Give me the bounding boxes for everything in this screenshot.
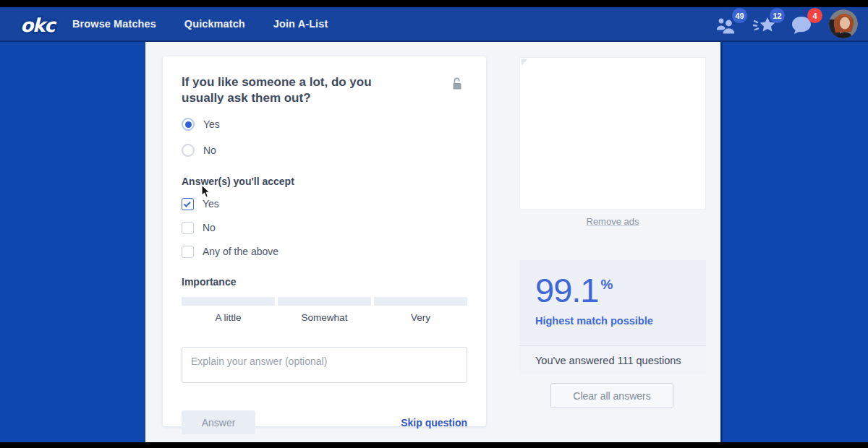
checkbox-unchecked-icon: [182, 246, 194, 258]
importance-label-somewhat: Somewhat: [278, 312, 371, 323]
match-percent-section: 99.1% Highest match possible: [519, 260, 706, 345]
quickmatch-badge: 12: [770, 8, 785, 23]
explain-input[interactable]: [182, 347, 467, 383]
question-header: If you like someone a lot, do you usuall…: [182, 74, 467, 106]
percent-symbol: %: [600, 277, 613, 292]
importance-selector: [182, 297, 467, 306]
importance-label-a-little: A little: [182, 312, 275, 323]
nav-item-join-a-list[interactable]: Join A-List: [273, 18, 328, 30]
nav-menu: Browse Matches Quickmatch Join A-List: [72, 7, 328, 40]
likes-button[interactable]: 49: [713, 7, 751, 40]
answer-option-yes[interactable]: Yes: [182, 116, 467, 132]
radio-unselected-icon: [182, 144, 195, 157]
check-icon: [184, 199, 191, 207]
page: okc Browse Matches Quickmatch Join A-Lis…: [0, 0, 868, 448]
checkbox-checked-icon: [182, 198, 194, 210]
top-nav: okc Browse Matches Quickmatch Join A-Lis…: [0, 7, 868, 42]
profile-avatar[interactable]: [829, 9, 858, 38]
accept-option-yes[interactable]: Yes: [182, 197, 467, 211]
match-summary-card: 99.1% Highest match possible You've answ…: [519, 260, 706, 374]
answer-option-label: No: [203, 145, 216, 156]
accept-option-any[interactable]: Any of the above: [182, 244, 467, 259]
accept-option-label: Yes: [203, 198, 219, 210]
match-percent-value: 99.1: [535, 272, 598, 309]
lock-icon[interactable]: [451, 76, 463, 94]
ad-placeholder: [519, 57, 706, 210]
answer-option-label: Yes: [203, 119, 220, 130]
accept-option-label: No: [203, 222, 216, 233]
importance-bar-somewhat[interactable]: [278, 297, 371, 306]
messages-badge: 4: [807, 8, 822, 23]
radio-selected-icon: [182, 118, 195, 131]
quickmatch-button[interactable]: 12: [751, 7, 788, 40]
question-card: If you like someone a lot, do you usuall…: [163, 56, 486, 426]
nav-item-quickmatch[interactable]: Quickmatch: [184, 18, 245, 30]
skip-question-link[interactable]: Skip question: [401, 417, 467, 428]
clear-all-answers-button[interactable]: Clear all answers: [550, 383, 673, 408]
accept-heading: Answer(s) you'll accept: [182, 176, 467, 187]
answered-summary: You've answered 111 questions: [535, 355, 681, 366]
remove-ads-link[interactable]: Remove ads: [587, 216, 639, 227]
svg-text:okc: okc: [20, 14, 57, 36]
answer-button[interactable]: Answer: [182, 410, 255, 434]
importance-heading: Importance: [182, 276, 467, 288]
accept-option-no[interactable]: No: [182, 220, 467, 235]
messages-button[interactable]: 4: [788, 7, 826, 40]
nav-item-browse-matches[interactable]: Browse Matches: [72, 18, 156, 30]
match-caption: Highest match possible: [535, 315, 690, 327]
remove-ads-row: Remove ads: [519, 215, 706, 228]
answer-option-no[interactable]: No: [182, 142, 467, 158]
main-content: If you like someone a lot, do you usuall…: [145, 42, 723, 442]
avatar-photo-icon: [829, 9, 858, 38]
importance-bar-a-little[interactable]: [182, 297, 275, 306]
answered-section: You've answered 111 questions: [519, 345, 706, 374]
nav-notifications: 49 12 4: [713, 7, 858, 40]
importance-labels: A little Somewhat Very: [182, 312, 467, 323]
likes-badge: 49: [732, 8, 747, 23]
importance-label-very: Very: [374, 312, 467, 323]
importance-bar-very[interactable]: [374, 297, 467, 306]
checkbox-unchecked-icon: [182, 222, 194, 234]
ad-choices-icon: [522, 59, 527, 65]
okc-logo-icon: okc: [16, 10, 59, 39]
question-title: If you like someone a lot, do you usuall…: [182, 74, 406, 106]
okc-logo[interactable]: okc: [16, 10, 59, 39]
accept-option-label: Any of the above: [203, 246, 278, 257]
question-actions: Answer Skip question: [182, 410, 467, 434]
